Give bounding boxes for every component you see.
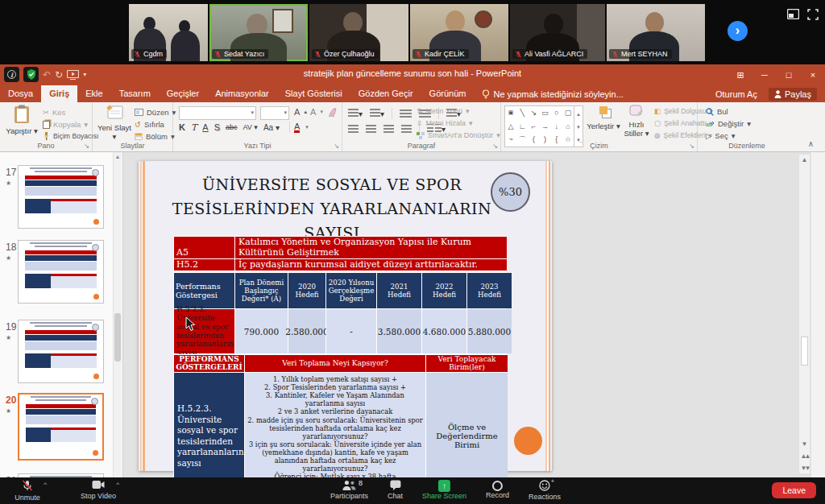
- stop-video-button[interactable]: ^ Stop Video: [76, 480, 121, 500]
- next-slide-icon[interactable]: ▼▼: [799, 465, 810, 472]
- find-button[interactable]: Bul: [706, 107, 728, 116]
- close-button[interactable]: ×: [801, 64, 825, 85]
- shrink-font-button[interactable]: A▼: [310, 107, 324, 117]
- clear-formatting-icon[interactable]: [328, 108, 338, 117]
- format-painter-button[interactable]: Biçim Boyacısı: [43, 132, 98, 140]
- video-tile[interactable]: Ali Vasfi AĞLARCI: [510, 4, 605, 61]
- thumbnail-scroll-up-icon[interactable]: ▲: [114, 154, 122, 159]
- next-participants-button[interactable]: ›: [728, 21, 748, 41]
- align-left-icon[interactable]: [348, 125, 359, 133]
- character-spacing-button[interactable]: AV ▾: [243, 123, 258, 131]
- main-scrollbar[interactable]: ▲ ▼ ▲▲ ▼▼: [798, 154, 810, 474]
- ribbon-display-options-icon[interactable]: ⊞: [728, 64, 752, 85]
- gallery-view-icon[interactable]: [787, 9, 799, 19]
- slide-thumbnail[interactable]: [18, 165, 104, 229]
- font-color-button[interactable]: A: [294, 122, 300, 133]
- previous-slide-icon[interactable]: ▲▲: [799, 452, 810, 460]
- shape-elbow-icon[interactable]: ∟: [516, 120, 528, 134]
- tab-dosya[interactable]: Dosya: [0, 85, 41, 102]
- shape-triangle-icon[interactable]: △: [505, 120, 516, 134]
- chat-button[interactable]: Chat: [388, 480, 403, 501]
- italic-button[interactable]: T: [191, 122, 197, 133]
- align-center-icon[interactable]: [366, 125, 376, 133]
- fullscreen-icon[interactable]: [807, 9, 819, 20]
- shape-pentagon-icon[interactable]: ⌂: [562, 120, 574, 134]
- video-tile[interactable]: Özer Çulhaoğlu: [309, 4, 408, 61]
- font-name-combo[interactable]: [179, 106, 256, 120]
- scrollbar-thumb[interactable]: [801, 337, 808, 366]
- decrease-indent-icon[interactable]: [400, 109, 412, 118]
- shape-textbox-icon[interactable]: ▣: [505, 106, 516, 120]
- align-right-icon[interactable]: [383, 125, 394, 133]
- yazitipi-dialog-launcher[interactable]: ↘: [334, 143, 339, 150]
- numbering-button[interactable]: ▾: [370, 109, 384, 118]
- unmute-button[interactable]: ^ Unmute: [10, 480, 45, 502]
- video-options-caret[interactable]: ^: [116, 481, 119, 488]
- new-slide-button[interactable]: Yeni Slayt ▾: [96, 105, 133, 142]
- tab-slayt-gosterisi[interactable]: Slayt Gösterisi: [277, 85, 350, 102]
- shape-right-arrow-icon[interactable]: →: [540, 120, 551, 134]
- gallery-down-icon[interactable]: ▼: [576, 121, 581, 134]
- tell-me-box[interactable]: Ne yapmak istediğinizi söyleyin...: [474, 85, 631, 102]
- record-button[interactable]: Record: [486, 480, 509, 501]
- share-button[interactable]: Paylaş: [769, 88, 817, 101]
- shape-elbow2-icon[interactable]: ⌐: [528, 120, 539, 134]
- gallery-up-icon[interactable]: ▲: [576, 108, 581, 121]
- cut-button[interactable]: ✂Kes: [43, 108, 65, 117]
- video-tile[interactable]: Cgdm: [129, 4, 208, 61]
- tab-gecisler[interactable]: Geçişler: [159, 85, 207, 102]
- shape-oval-icon[interactable]: ○: [551, 106, 562, 120]
- grow-font-button[interactable]: A▲: [294, 107, 308, 117]
- leave-button[interactable]: Leave: [772, 482, 816, 498]
- tab-ekle[interactable]: Ekle: [77, 85, 110, 102]
- text-shadow-button[interactable]: S: [214, 122, 220, 132]
- change-case-button[interactable]: Aa ▾: [263, 123, 280, 132]
- scroll-up-icon[interactable]: ▲: [799, 156, 810, 163]
- paste-button[interactable]: Yapıştır ▾: [3, 105, 40, 136]
- tab-tasarim[interactable]: Tasarım: [111, 85, 159, 102]
- maximize-button[interactable]: □: [777, 64, 801, 85]
- shape-rounded-rect-icon[interactable]: ▢: [562, 106, 574, 120]
- video-tile-active-speaker[interactable]: Sedat Yazıcı: [209, 4, 308, 61]
- thumbnail-scrollbar-thumb[interactable]: [114, 313, 121, 361]
- bold-button[interactable]: K: [179, 122, 185, 132]
- paragraf-dialog-launcher[interactable]: ↘: [492, 143, 498, 150]
- pano-dialog-launcher[interactable]: ↘: [84, 143, 89, 150]
- shape-line-icon[interactable]: ╲: [516, 106, 528, 120]
- select-button[interactable]: ▷Seç ▾: [706, 131, 735, 140]
- align-text-button[interactable]: ⇳Metni Hizala ▾: [417, 119, 473, 127]
- replace-button[interactable]: ab Değiştir ▾: [706, 119, 751, 128]
- bullets-button[interactable]: ▾: [348, 109, 363, 118]
- video-tile[interactable]: Kadir ÇELİK: [410, 4, 508, 61]
- tab-giris[interactable]: Giriş: [41, 85, 77, 102]
- participants-button[interactable]: 8 Participants: [330, 480, 368, 501]
- shape-down-arrow-icon[interactable]: ↓: [551, 120, 562, 134]
- section-button[interactable]: Bölüm ▾: [135, 132, 175, 141]
- copy-button[interactable]: Kopyala ▾: [43, 120, 88, 129]
- strikethrough-button[interactable]: abc: [226, 123, 238, 131]
- shape-arrow-icon[interactable]: ↘: [528, 106, 539, 120]
- reset-button[interactable]: ↺Sıfırla: [135, 120, 164, 129]
- collapse-ribbon-icon[interactable]: ∧: [808, 139, 814, 148]
- text-direction-button[interactable]: ⇅Metin Yönü ▾: [417, 107, 469, 115]
- font-size-combo[interactable]: [260, 106, 289, 120]
- tab-animasyonlar[interactable]: Animasyonlar: [207, 85, 277, 102]
- layout-button[interactable]: Düzen ▾: [135, 108, 176, 117]
- slide-thumbnail-selected[interactable]: [18, 393, 104, 461]
- cizim-dialog-launcher[interactable]: ↘: [689, 143, 694, 150]
- audio-options-caret[interactable]: ^: [44, 481, 47, 488]
- reactions-button[interactable]: + Reactions: [529, 480, 561, 501]
- justify-icon[interactable]: [401, 125, 412, 133]
- thumbnail-scrollbar[interactable]: ▲: [113, 152, 122, 477]
- quick-styles-button[interactable]: Hızlı Stiller ▾: [620, 105, 653, 138]
- scroll-down-icon[interactable]: ▼: [799, 440, 810, 448]
- tab-gozden-gecir[interactable]: Gözden Geçir: [350, 85, 421, 102]
- tab-gorunum[interactable]: Görünüm: [421, 85, 475, 102]
- video-tile[interactable]: Mert SEYHAN: [607, 4, 705, 61]
- font-color-dropdown[interactable]: ▾: [305, 124, 309, 130]
- shape-rectangle-icon[interactable]: ▭: [540, 106, 551, 120]
- sign-in-link[interactable]: Oturum Aç: [715, 89, 757, 99]
- convert-smartart-button[interactable]: SmartArt'a Dönüştür ▾: [417, 131, 500, 139]
- arrange-button[interactable]: Yerleştir ▾: [587, 105, 620, 131]
- share-screen-button[interactable]: ↑ Share Screen: [422, 480, 466, 501]
